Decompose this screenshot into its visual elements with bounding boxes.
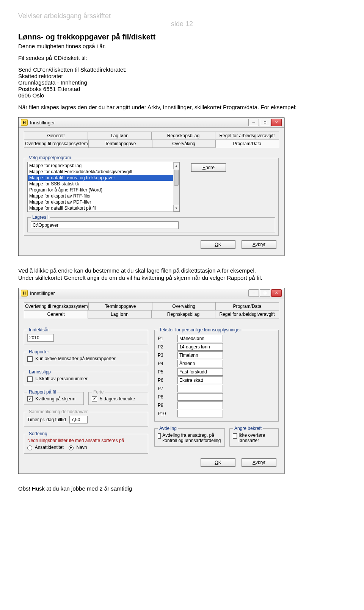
tab-label: Lag lønn (111, 133, 129, 138)
p-input[interactable] (177, 393, 223, 401)
avdeling-checkbox-label: Avdeling fra ansattreg. på kontroll og l… (162, 433, 221, 443)
settings-window-1: H Innstillinger ─ □ ✕ Generelt Lag lønn … (18, 117, 284, 256)
p-row: P10 (158, 410, 275, 417)
rapporter-checkbox[interactable] (27, 356, 33, 362)
cancel-button[interactable]: Avbryt (242, 458, 276, 467)
btn-text: vbryt (256, 460, 265, 465)
intro-line-3: Når filen skapes lagres den der du har a… (18, 104, 346, 110)
tab-avgift[interactable]: Regel for arbeidsgiveravgift (215, 132, 279, 140)
tab-avgift[interactable]: Regel for arbeidsgiveravgift (215, 310, 279, 318)
p-input[interactable] (177, 385, 223, 392)
maximize-button[interactable]: □ (260, 119, 270, 126)
list-item[interactable]: Mappe for regnskapsbilag (28, 163, 179, 169)
radio-ansattidentitet[interactable] (27, 445, 32, 450)
btn-mnemonic: E (202, 165, 206, 170)
group-label: Angre bekreft (233, 426, 263, 431)
list-item[interactable]: Program for å åpne RTF-filer (Word) (28, 187, 179, 193)
close-button[interactable]: ✕ (271, 119, 282, 126)
app-icon: H (21, 119, 28, 126)
tab-overvaking[interactable]: Overvåking (152, 140, 216, 148)
inntektsar-input[interactable]: 2010 (27, 334, 54, 342)
tab-label: Terminoppgave (105, 304, 136, 309)
tab-generelt[interactable]: Generelt (24, 132, 88, 140)
tab-row-2: Generelt Lag lønn Regnskapsbilag Regel f… (24, 310, 279, 318)
tab-program-data[interactable]: Program/Data (215, 302, 279, 310)
btn-text: K (218, 242, 221, 247)
scroll-down-button[interactable]: ▼ (173, 205, 179, 212)
minimize-button[interactable]: ─ (248, 289, 259, 297)
tab-label: Regnskapsbilag (167, 312, 199, 317)
tab-label: Generelt (47, 133, 64, 138)
group-label: Sortering (27, 431, 49, 436)
group-lonnslipp: Lønnsslipp Utskrift av personnummer (24, 372, 148, 385)
p-row: P1Månedslønn (158, 335, 275, 342)
p-input[interactable]: Fast forskudd (177, 368, 223, 376)
window-titlebar[interactable]: H Innstillinger ─ □ ✕ (19, 118, 284, 128)
p-input[interactable]: Årslønn (177, 360, 223, 367)
tab-terminoppgave[interactable]: Terminoppgave (88, 140, 152, 148)
intro-line-1: Denne muligheten finnes også i år. (18, 43, 346, 49)
list-item[interactable]: Mappe for eksport av PDF-filer (28, 199, 179, 205)
btn-text: vbryt (256, 242, 265, 247)
tab-generelt[interactable]: Generelt (24, 310, 88, 318)
lonnslipp-checkbox[interactable] (27, 376, 33, 382)
cancel-button[interactable]: Avbryt (242, 240, 276, 249)
tab-program-data[interactable]: Program/Data (215, 140, 279, 148)
group-label: Sammenligning deltidsfravær (27, 409, 89, 414)
middle-line-2: Under skillekortet Generelt angir du om … (18, 274, 346, 281)
ferie-checkbox[interactable] (92, 396, 97, 401)
scroll-track[interactable] (173, 169, 179, 205)
p-label: P4 (158, 361, 168, 366)
maximize-button[interactable]: □ (260, 289, 270, 297)
folder-listbox[interactable]: Mappe for regnskapsbilagMappe for datafi… (27, 162, 180, 212)
tab-row-1: Overføring til regnskapssystem Terminopp… (24, 302, 279, 310)
tab-overvaking[interactable]: Overvåking (152, 302, 216, 310)
list-item[interactable]: Mappe for eksport av RTF-filer (28, 193, 179, 199)
tab-lag-lonn[interactable]: Lag lønn (88, 132, 152, 140)
tab-regnskapsbilag[interactable]: Regnskapsbilag (151, 310, 215, 318)
middle-line-1: Ved å klikke på endre kan du bestemme at… (18, 267, 346, 274)
p-input[interactable] (177, 401, 223, 409)
tab-overforing[interactable]: Overføring til regnskapssystem (24, 302, 89, 310)
p-input[interactable]: Timelønn (177, 351, 223, 359)
p-input[interactable]: 14-dagers lønn (177, 343, 223, 351)
list-item[interactable]: Mappe for datafil Skattekort på fil (28, 205, 179, 211)
tab-label: Generelt (47, 312, 64, 317)
p-row: P214-dagers lønn (158, 343, 275, 351)
kvittering-checkbox[interactable] (27, 396, 33, 401)
tab-terminoppgave[interactable]: Terminoppgave (88, 302, 152, 310)
tab-label: Lag lønn (111, 312, 129, 317)
group-avdeling: Avdeling Avdeling fra ansattreg. på kont… (154, 428, 225, 447)
group-label: Inntektsår (27, 327, 50, 332)
timer-input[interactable]: 7,50 (69, 416, 88, 423)
minimize-button[interactable]: ─ (248, 119, 259, 126)
group-inntektsar: Inntektsår 2010 (24, 330, 148, 345)
scroll-up-button[interactable]: ▲ (173, 162, 179, 169)
group-label: Ferie (92, 389, 105, 395)
btn-text: K (218, 460, 221, 465)
p-input[interactable]: Månedslønn (177, 335, 223, 342)
tab-regnskapsbilag[interactable]: Regnskapsbilag (151, 132, 215, 140)
p-input[interactable] (177, 410, 223, 417)
window-titlebar[interactable]: H Innstillinger ─ □ ✕ (19, 288, 284, 298)
list-item[interactable]: Mappe for datafil Lønns- og trekkoppgave… (28, 175, 179, 181)
list-item[interactable]: Mappe for datafil Forskuddstrekk/arbeids… (28, 169, 179, 175)
avdeling-checkbox[interactable] (158, 433, 161, 439)
scroll-thumb[interactable] (174, 170, 179, 186)
group-label: Lagres i (31, 215, 50, 220)
angre-checkbox[interactable] (233, 433, 237, 439)
listbox-scrollbar[interactable]: ▲ ▼ (173, 162, 179, 212)
tab-lag-lonn[interactable]: Lag lønn (88, 310, 152, 318)
list-item[interactable]: Mappe for SSB-statistikk (28, 181, 179, 187)
sortering-text: Nedrullingsbar listerute med ansatte sor… (27, 438, 145, 443)
tab-overforing[interactable]: Overføring til regnskapssystem (24, 140, 89, 148)
p-row: P8 (158, 393, 275, 401)
ok-button[interactable]: OK (201, 240, 235, 249)
radio-navn[interactable] (69, 445, 74, 450)
endre-button[interactable]: Endre (191, 163, 226, 172)
close-button[interactable]: ✕ (271, 289, 282, 297)
p-label: P6 (158, 378, 168, 383)
p-input[interactable]: Ekstra skatt (177, 376, 223, 384)
ok-button[interactable]: OK (201, 458, 235, 467)
tab-label: Overvåking (172, 141, 195, 146)
